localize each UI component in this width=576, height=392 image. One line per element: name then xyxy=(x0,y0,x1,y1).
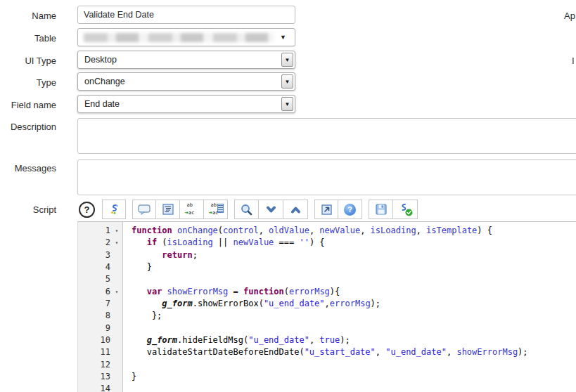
fold-spacer xyxy=(110,310,123,322)
find-previous-button[interactable] xyxy=(283,200,308,219)
code-text[interactable] xyxy=(123,383,132,392)
replace-all-icon: ab ➜ ac xyxy=(209,203,223,216)
line-gutter: 14 xyxy=(78,383,123,392)
code-text[interactable]: var showErrorMsg = function(errorMsg){ xyxy=(123,286,340,298)
line-gutter: 13 xyxy=(78,371,123,383)
code-line[interactable]: 1▾function onChange(control, oldValue, n… xyxy=(78,225,576,237)
line-gutter: 9 xyxy=(78,322,123,334)
field-name-select[interactable]: End date ▼ xyxy=(77,95,295,113)
description-textarea[interactable] xyxy=(77,118,576,154)
code-text[interactable]: function onChange(control, oldValue, new… xyxy=(123,225,492,237)
table-select[interactable]: ▼ xyxy=(77,28,295,46)
code-lines[interactable]: 1▾function onChange(control, oldValue, n… xyxy=(78,225,576,392)
save-floppy-icon xyxy=(376,204,387,215)
messages-textarea[interactable] xyxy=(77,159,576,195)
line-gutter: 8 xyxy=(78,310,123,322)
line-gutter: 12 xyxy=(78,359,123,371)
code-text[interactable]: g_form.hideFieldMsg("u_end_date", true); xyxy=(123,334,350,346)
field-name-dropdown-button[interactable]: ▼ xyxy=(281,97,293,111)
inherited-label-truncated: I xyxy=(572,55,575,66)
code-text[interactable]: } xyxy=(123,261,152,273)
pop-out-icon xyxy=(321,204,332,215)
help-blue-icon: ? xyxy=(344,204,356,216)
code-text[interactable]: validateStartDateBeforeEndDate("u_start_… xyxy=(123,346,528,358)
fold-spacer xyxy=(110,298,123,310)
application-label-truncated: Ap xyxy=(564,11,575,21)
code-line[interactable]: 9 xyxy=(78,322,576,334)
type-dropdown-button[interactable]: ▼ xyxy=(281,74,293,89)
table-label: Table xyxy=(0,33,56,44)
save-button[interactable] xyxy=(369,200,393,219)
dropdown-caret-icon[interactable]: ▼ xyxy=(280,34,286,41)
search-icon xyxy=(241,204,252,216)
messages-label: Messages xyxy=(0,163,56,174)
code-line[interactable]: 10 g_form.hideFieldMsg("u_end_date", tru… xyxy=(78,334,576,346)
code-line[interactable]: 4 } xyxy=(78,261,576,273)
code-line[interactable]: 11 validateStartDateBeforeEndDate("u_sta… xyxy=(78,346,576,358)
open-in-new-window-button[interactable] xyxy=(314,200,338,219)
line-number: 2 xyxy=(78,237,110,249)
line-gutter: 2▾ xyxy=(78,237,123,249)
line-number: 8 xyxy=(78,310,110,322)
code-text[interactable]: g_form.showErrorBox("u_end_date",errorMs… xyxy=(123,298,380,310)
table-value-redacted xyxy=(84,33,274,42)
code-line[interactable]: 7 g_form.showErrorBox("u_end_date",error… xyxy=(78,298,576,310)
code-text[interactable]: } xyxy=(123,371,136,383)
fold-spacer xyxy=(110,322,123,334)
line-gutter: 3 xyxy=(78,249,123,261)
code-line[interactable]: 5 xyxy=(78,273,576,285)
line-gutter: 4 xyxy=(78,261,123,273)
type-value: onChange xyxy=(84,77,125,86)
ui-type-dropdown-button[interactable]: ▼ xyxy=(281,53,293,67)
code-line[interactable]: 6▾ var showErrorMsg = function(errorMsg)… xyxy=(78,286,576,298)
dropdown-caret-icon: ▼ xyxy=(285,101,290,107)
ui-type-label: UI Type xyxy=(0,55,56,66)
ui-type-select[interactable]: Desktop ▼ xyxy=(77,51,295,69)
fold-arrow-icon[interactable]: ▾ xyxy=(110,225,123,237)
name-input[interactable] xyxy=(77,6,295,24)
line-number: 3 xyxy=(78,249,110,261)
fold-spacer xyxy=(110,383,123,392)
check-syntax-button[interactable] xyxy=(393,200,418,219)
format-code-button[interactable] xyxy=(156,200,180,219)
code-line[interactable]: 12 xyxy=(78,359,576,371)
comment-bubble-icon xyxy=(138,204,151,215)
toggle-syntax-editor-button[interactable] xyxy=(102,200,126,219)
code-line[interactable]: 13} xyxy=(78,371,576,383)
code-line[interactable]: 2▾ if (isLoading || newValue === '') { xyxy=(78,237,576,249)
code-text[interactable] xyxy=(123,359,132,371)
fold-arrow-icon[interactable]: ▾ xyxy=(110,286,123,298)
help-icon[interactable]: ? xyxy=(79,202,95,218)
dropdown-caret-icon: ▼ xyxy=(285,79,290,85)
line-number: 1 xyxy=(78,225,110,237)
client-script-form: Name Table ▼ UI Type Desktop ▼ Type onCh… xyxy=(0,0,576,392)
line-number: 12 xyxy=(78,359,110,371)
ui-type-value: Desktop xyxy=(84,55,117,65)
find-next-button[interactable] xyxy=(259,200,283,219)
script-code-editor[interactable]: 1▾function onChange(control, oldValue, n… xyxy=(77,221,576,392)
line-gutter: 5 xyxy=(78,273,123,285)
code-text[interactable]: return; xyxy=(123,249,198,261)
script-label: Script xyxy=(0,204,56,215)
code-text[interactable]: if (isLoading || newValue === '') { xyxy=(123,237,325,249)
line-gutter: 11 xyxy=(78,346,123,358)
comment-button[interactable] xyxy=(132,200,156,219)
replace-button[interactable]: ab ➜ ac xyxy=(180,200,204,219)
fold-arrow-icon[interactable]: ▾ xyxy=(110,237,123,249)
type-select[interactable]: onChange ▼ xyxy=(77,72,295,91)
code-line[interactable]: 3 return; xyxy=(78,249,576,261)
fold-spacer xyxy=(110,249,123,261)
code-text[interactable] xyxy=(123,322,132,334)
search-button[interactable] xyxy=(234,200,259,219)
code-text[interactable]: }; xyxy=(123,310,162,322)
line-number: 6 xyxy=(78,286,110,298)
field-name-label: Field name xyxy=(0,100,56,110)
code-text[interactable] xyxy=(123,273,132,285)
line-number: 14 xyxy=(78,383,110,392)
replace-all-button[interactable]: ab ➜ ac xyxy=(204,200,228,219)
help-reference-button[interactable]: ? xyxy=(338,200,362,219)
code-line[interactable]: 8 }; xyxy=(78,310,576,322)
line-number: 10 xyxy=(78,334,110,346)
code-line[interactable]: 14 xyxy=(78,383,576,392)
fold-spacer xyxy=(110,261,123,273)
